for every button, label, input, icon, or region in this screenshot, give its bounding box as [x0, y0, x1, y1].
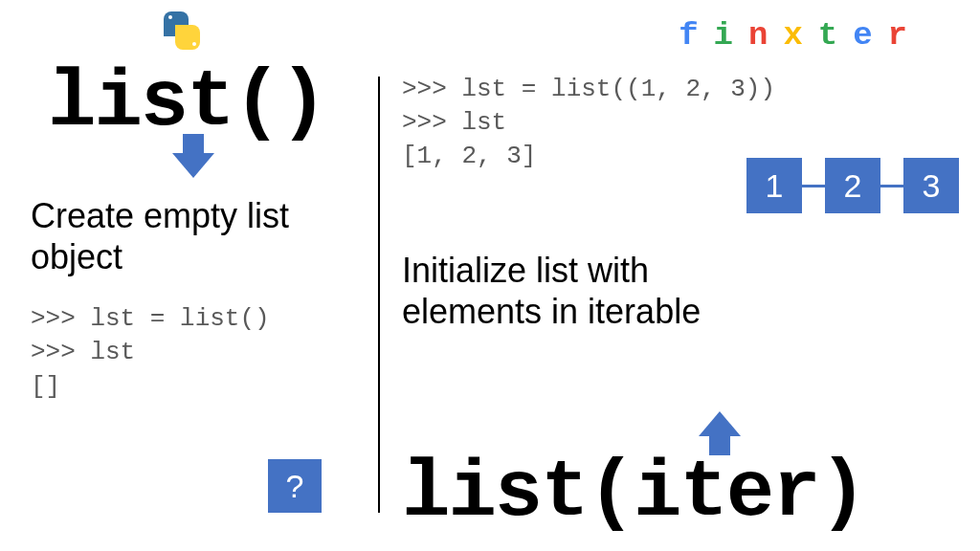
arrow-down-icon	[172, 153, 214, 178]
list-nodes: 1 2 3	[746, 158, 959, 213]
question-box: ?	[268, 459, 322, 513]
node-3: 3	[903, 158, 959, 213]
left-title: list()	[48, 63, 383, 143]
vertical-divider	[378, 77, 380, 513]
node-1: 1	[746, 158, 802, 213]
left-description: Create empty list object	[31, 195, 383, 277]
arrow-up-icon	[699, 411, 741, 436]
right-description: Initialize list with elements in iterabl…	[402, 250, 980, 332]
right-title: list(iter)	[402, 453, 865, 534]
node-2: 2	[825, 158, 880, 213]
left-code: >>> lst = list() >>> lst []	[31, 302, 383, 403]
left-panel: list() Create empty list object >>> lst …	[0, 0, 383, 551]
right-panel: >>> lst = list((1, 2, 3)) >>> lst [1, 2,…	[383, 0, 980, 551]
node-link	[880, 185, 903, 187]
node-link	[802, 185, 825, 187]
